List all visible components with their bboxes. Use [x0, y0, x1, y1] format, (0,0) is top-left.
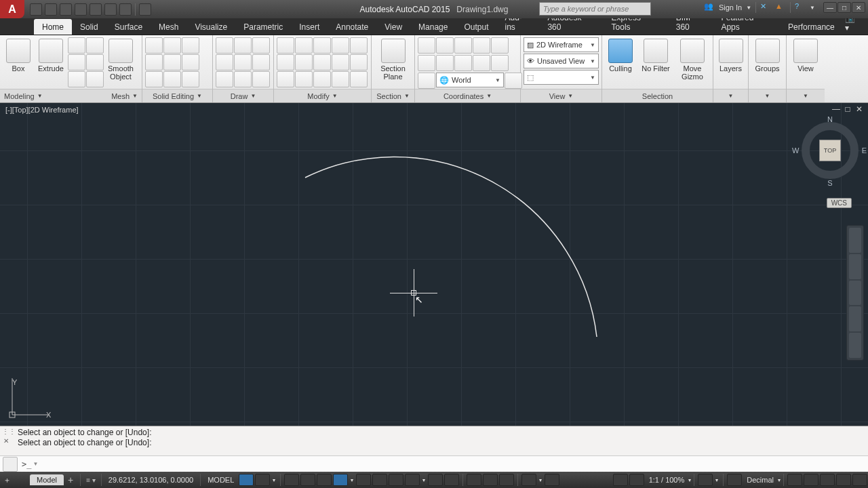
- add-layout-icon[interactable]: +: [64, 474, 77, 485]
- qprops-icon[interactable]: [787, 474, 802, 486]
- view-button[interactable]: View: [790, 37, 821, 89]
- exchange-icon[interactable]: ✕: [760, 2, 771, 13]
- tpy-toggle[interactable]: [444, 474, 459, 486]
- mod-tool[interactable]: [350, 54, 368, 70]
- cmd-close-icon[interactable]: ✕: [2, 437, 10, 445]
- mod-tool[interactable]: [295, 54, 313, 70]
- space-mode[interactable]: MODEL: [203, 476, 238, 484]
- cmd-pin-icon[interactable]: ⋮⋮: [2, 428, 10, 436]
- search-box[interactable]: [539, 2, 651, 16]
- nav-orbit-icon[interactable]: [849, 306, 861, 331]
- mod-tool[interactable]: [332, 37, 349, 54]
- visual-style-combo[interactable]: ▨2D Wireframe▼: [524, 37, 599, 52]
- wcs-badge[interactable]: WCS: [827, 198, 852, 208]
- mod-tool[interactable]: [350, 37, 368, 54]
- coord-tool[interactable]: [454, 55, 472, 71]
- draw-tool[interactable]: [216, 37, 233, 54]
- qp-toggle[interactable]: [467, 474, 481, 486]
- mod-tool[interactable]: [295, 37, 313, 54]
- am-toggle[interactable]: [499, 474, 514, 486]
- mod-tool[interactable]: [277, 37, 294, 54]
- osnap-toggle[interactable]: [333, 474, 348, 486]
- mod-tool[interactable]: [313, 71, 331, 87]
- layout-plus-icon[interactable]: ＋: [0, 475, 14, 485]
- culling-button[interactable]: Culling: [605, 37, 636, 89]
- section-plane-button[interactable]: Section Plane: [378, 37, 409, 89]
- draw-tool[interactable]: [234, 71, 252, 87]
- tab-surface[interactable]: Surface: [106, 19, 151, 35]
- tab-solid[interactable]: Solid: [72, 19, 106, 35]
- perf-icon[interactable]: [727, 474, 742, 486]
- lwt-toggle[interactable]: [428, 474, 443, 486]
- layout-list-icon[interactable]: ≡ ▾: [83, 476, 98, 484]
- ws-toggle[interactable]: [521, 474, 536, 486]
- se-tool[interactable]: [182, 54, 199, 70]
- draw-tool[interactable]: [216, 71, 233, 87]
- tab-mesh[interactable]: Mesh: [151, 19, 186, 35]
- modeling-tool[interactable]: [86, 54, 104, 70]
- coord-tool[interactable]: [436, 37, 454, 54]
- polar-toggle[interactable]: [300, 474, 315, 486]
- model-tab[interactable]: Model: [30, 474, 64, 485]
- qat-redo-icon[interactable]: [119, 3, 132, 16]
- search-input[interactable]: [539, 2, 651, 16]
- iso-icon[interactable]: [820, 474, 835, 486]
- draw-tool[interactable]: [252, 71, 270, 87]
- grid-toggle[interactable]: [239, 474, 254, 486]
- draw-tool[interactable]: [234, 37, 252, 54]
- units-readout[interactable]: Decimal: [743, 476, 778, 484]
- anno-vis-icon[interactable]: [629, 474, 644, 486]
- qat-saveas-icon[interactable]: [75, 3, 87, 16]
- tab-insert[interactable]: Insert: [291, 19, 328, 35]
- dyn-toggle[interactable]: [405, 474, 420, 486]
- drawing-area[interactable]: [-][Top][2D Wireframe] — □ ✕ ↖ Y X TOP N…: [0, 103, 868, 426]
- layers-button[interactable]: Layers: [716, 37, 745, 89]
- qat-save-icon[interactable]: [60, 3, 72, 16]
- mod-tool[interactable]: [277, 54, 294, 70]
- groups-button[interactable]: Groups: [752, 37, 783, 89]
- tab-performance[interactable]: Performance: [780, 19, 843, 35]
- draw-tool[interactable]: [252, 54, 270, 70]
- named-view-combo[interactable]: 👁Unsaved View▼: [524, 54, 599, 68]
- tab-output[interactable]: Output: [456, 19, 496, 35]
- extrude-button[interactable]: Extrude: [35, 37, 66, 89]
- minimize-button[interactable]: —: [823, 2, 837, 13]
- scale-readout[interactable]: 1:1 / 100%: [645, 476, 689, 484]
- draw-tool[interactable]: [216, 54, 233, 70]
- tab-annotate[interactable]: Annotate: [328, 19, 376, 35]
- close-button[interactable]: ✕: [852, 2, 865, 13]
- hw-accel-icon[interactable]: [804, 474, 818, 486]
- mod-tool[interactable]: [277, 71, 294, 87]
- coord-tool[interactable]: [418, 37, 435, 54]
- nav-pan-icon[interactable]: [849, 254, 861, 279]
- coord-tool[interactable]: [491, 37, 509, 54]
- tab-parametric[interactable]: Parametric: [235, 19, 291, 35]
- coord-tool[interactable]: [473, 55, 490, 71]
- se-tool[interactable]: [182, 37, 199, 54]
- tab-manage[interactable]: Manage: [410, 19, 456, 35]
- mod-tool[interactable]: [332, 54, 349, 70]
- nav-zoom-icon[interactable]: [849, 281, 861, 306]
- customize-status-icon[interactable]: [852, 474, 867, 486]
- coord-tool[interactable]: [436, 55, 454, 71]
- modeling-tool[interactable]: [68, 71, 85, 87]
- smooth-object-button[interactable]: Smooth Object: [105, 37, 136, 89]
- app-logo-icon[interactable]: A: [0, 0, 24, 18]
- se-tool[interactable]: [182, 71, 199, 87]
- coord-tool[interactable]: [473, 37, 490, 54]
- draw-tool[interactable]: [234, 54, 252, 70]
- anno-scale-icon[interactable]: [613, 474, 628, 486]
- modeling-tool[interactable]: [68, 54, 85, 70]
- viewcube-face[interactable]: TOP: [819, 140, 841, 161]
- snap-toggle[interactable]: [255, 474, 270, 486]
- mod-tool[interactable]: [313, 37, 331, 54]
- viewcube[interactable]: TOP N S E W: [802, 122, 859, 179]
- no-filter-button[interactable]: No Filter: [637, 37, 674, 89]
- modeling-tool[interactable]: [86, 71, 104, 87]
- draw-tool[interactable]: [252, 37, 270, 54]
- infocenter-icon[interactable]: 👥: [704, 2, 715, 13]
- nav-wheel-icon[interactable]: [849, 228, 861, 253]
- mod-tool[interactable]: [332, 71, 349, 87]
- tab-view[interactable]: View: [376, 19, 410, 35]
- otrack-toggle[interactable]: [372, 474, 387, 486]
